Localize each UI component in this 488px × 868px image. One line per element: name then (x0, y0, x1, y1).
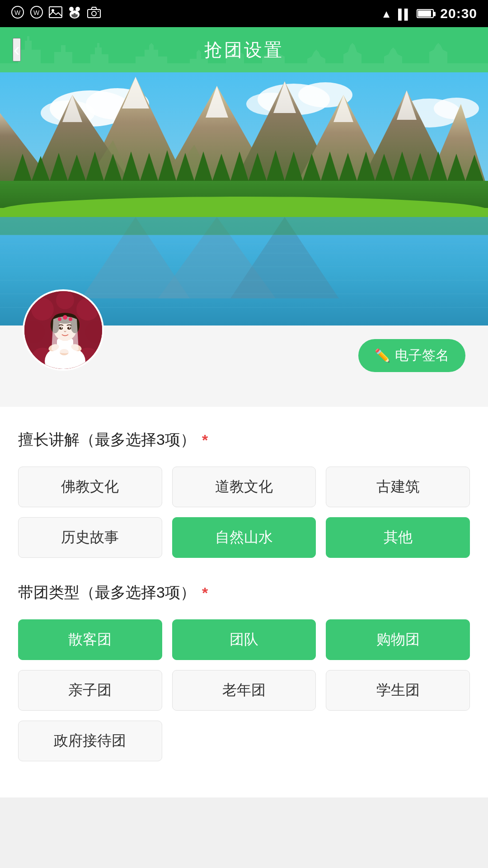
navbar: ‹ 抢团设置 (0, 27, 488, 72)
svg-rect-73 (0, 217, 488, 235)
svg-point-103 (63, 315, 67, 320)
svg-point-102 (69, 327, 70, 329)
grouptype-tag-3[interactable]: 亲子团 (18, 670, 162, 711)
svg-rect-12 (88, 9, 100, 18)
grouptype-tag-2[interactable]: 购物团 (326, 619, 470, 660)
specialty-tag-0[interactable]: 佛教文化 (18, 467, 162, 507)
avatar-wrapper (23, 289, 104, 371)
specialties-required: * (202, 431, 208, 449)
status-time: 20:30 (440, 6, 477, 21)
specialty-tag-1[interactable]: 道教文化 (172, 467, 316, 507)
specialties-title: 擅长讲解（最多选择3项） (18, 429, 196, 450)
svg-point-101 (61, 327, 62, 329)
avatar (23, 289, 104, 371)
svg-text:W: W (33, 9, 40, 16)
image-icon (49, 6, 62, 21)
grouptype-tag-5[interactable]: 学生团 (326, 670, 470, 711)
camera-icon (87, 6, 101, 22)
specialty-tag-2[interactable]: 古建筑 (326, 467, 470, 507)
grouptypes-required: * (202, 584, 208, 602)
grouptypes-title: 带团类型（最多选择3项） (18, 582, 196, 603)
svg-point-84 (56, 291, 74, 309)
weibo1-icon: W (11, 5, 24, 22)
bear-icon (68, 5, 81, 22)
e-signature-label: 电子签名 (395, 346, 449, 365)
specialty-tag-3[interactable]: 历史故事 (18, 517, 162, 558)
svg-rect-14 (98, 11, 99, 12)
wifi-icon (381, 6, 392, 21)
battery-icon (417, 9, 434, 18)
hero-image (0, 72, 488, 326)
specialties-grid: 佛教文化道教文化古建筑历史故事自然山水其他 (18, 467, 470, 558)
content-area: 擅长讲解（最多选择3项） * 佛教文化道教文化古建筑历史故事自然山水其他 带团类… (0, 407, 488, 797)
weibo2-icon: W (30, 5, 43, 22)
svg-point-11 (75, 13, 77, 14)
edit-icon: ✏️ (375, 348, 390, 363)
specialties-header: 擅长讲解（最多选择3项） * (18, 429, 470, 450)
svg-point-13 (92, 11, 96, 16)
page-title: 抢团设置 (204, 38, 284, 62)
grouptype-tag-1[interactable]: 团队 (172, 619, 316, 660)
svg-rect-4 (49, 7, 62, 18)
svg-point-82 (31, 298, 54, 321)
back-button[interactable]: ‹ (13, 38, 21, 61)
specialty-tag-4[interactable]: 自然山水 (172, 517, 316, 558)
e-signature-button[interactable]: ✏️ 电子签名 (358, 339, 465, 372)
grouptype-tag-0[interactable]: 散客团 (18, 619, 162, 660)
profile-section: ✏️ 电子签名 (0, 326, 488, 407)
svg-text:W: W (14, 9, 21, 16)
status-icons: W W (11, 5, 101, 22)
grouptypes-grid: 散客团团队购物团亲子团老年团学生团政府接待团 (18, 619, 470, 761)
svg-point-104 (58, 317, 61, 321)
signal-icon (398, 6, 410, 21)
grouptype-tag-4[interactable]: 老年团 (172, 670, 316, 711)
status-bar: W W (0, 0, 488, 27)
svg-point-105 (69, 317, 72, 321)
svg-point-10 (72, 13, 74, 14)
svg-point-83 (76, 298, 99, 321)
status-right: 20:30 (381, 6, 477, 21)
specialty-tag-5[interactable]: 其他 (326, 517, 470, 558)
grouptypes-header: 带团类型（最多选择3项） * (18, 582, 470, 603)
grouptype-tag-6[interactable]: 政府接待团 (18, 721, 162, 761)
